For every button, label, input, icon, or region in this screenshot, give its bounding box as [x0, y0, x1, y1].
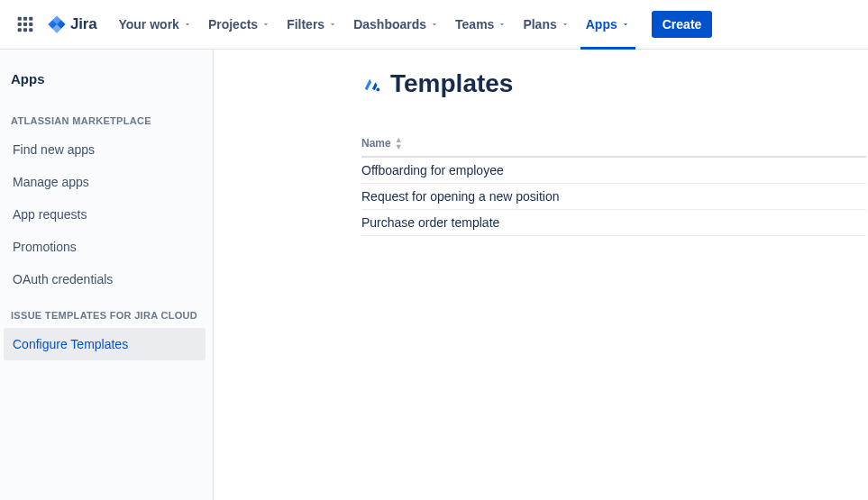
sidebar-item-app-requests[interactable]: App requests: [4, 198, 206, 231]
nav-projects[interactable]: Projects: [201, 0, 278, 49]
page-title: Templates: [390, 69, 513, 98]
sort-icon: ▲▼: [395, 136, 403, 150]
create-button-label: Create: [662, 17, 702, 32]
nav-label: Dashboards: [353, 17, 426, 32]
table-row[interactable]: Offboarding for employee: [361, 158, 866, 184]
nav-dashboards[interactable]: Dashboards: [346, 0, 446, 49]
jira-logo-text: Jira: [70, 15, 96, 33]
create-button[interactable]: Create: [652, 11, 713, 38]
svg-rect-7: [23, 28, 27, 32]
nav-label: Your work: [118, 17, 178, 32]
sidebar-item-label: Promotions: [13, 240, 77, 254]
sidebar-section-issue-templates: ISSUE TEMPLATES FOR JIRA CLOUD: [11, 295, 206, 328]
main-content: Templates Name ▲▼ Offboarding for employ…: [214, 50, 868, 500]
table-row[interactable]: Request for opening a new position: [361, 184, 866, 210]
app-switcher-icon: [16, 15, 34, 33]
nav-label: Teams: [455, 17, 494, 32]
sidebar-item-configure-templates[interactable]: Configure Templates: [4, 328, 206, 360]
nav-label: Projects: [208, 17, 258, 32]
chevron-down-icon: [430, 20, 439, 29]
sidebar-title: Apps: [11, 71, 206, 101]
sidebar-section-marketplace: ATLASSIAN MARKETPLACE: [11, 101, 206, 133]
chevron-down-icon: [183, 20, 192, 29]
sidebar: Apps ATLASSIAN MARKETPLACE Find new apps…: [0, 50, 214, 500]
sidebar-item-find-new-apps[interactable]: Find new apps: [4, 133, 206, 166]
svg-rect-3: [18, 23, 22, 26]
sidebar-item-label: App requests: [13, 207, 87, 222]
sidebar-item-manage-apps[interactable]: Manage apps: [4, 166, 206, 198]
column-header-name[interactable]: Name ▲▼: [361, 136, 866, 158]
jira-logo[interactable]: Jira: [47, 14, 96, 34]
svg-point-9: [377, 88, 380, 92]
nav-filters[interactable]: Filters: [279, 0, 344, 49]
nav-your-work[interactable]: Your work: [111, 0, 198, 49]
nav-plans[interactable]: Plans: [516, 0, 576, 49]
chevron-down-icon: [261, 20, 270, 29]
column-header-label: Name: [361, 137, 391, 150]
chevron-down-icon: [621, 20, 630, 29]
jira-logo-icon: [47, 14, 67, 34]
sidebar-item-oauth-credentials[interactable]: OAuth credentials: [4, 263, 206, 295]
templates-table: Name ▲▼ Offboarding for employee Request…: [361, 136, 866, 236]
top-navigation: Jira Your work Projects Filters Dashboar…: [0, 0, 868, 50]
chevron-down-icon: [498, 20, 507, 29]
nav-apps[interactable]: Apps: [579, 0, 637, 49]
svg-rect-0: [18, 17, 22, 21]
nav-label: Plans: [523, 17, 556, 32]
sidebar-item-label: Configure Templates: [13, 337, 128, 351]
svg-rect-6: [18, 28, 22, 32]
template-name: Offboarding for employee: [361, 163, 504, 177]
template-name: Purchase order template: [361, 215, 499, 230]
template-name: Request for opening a new position: [361, 189, 559, 204]
nav-teams[interactable]: Teams: [448, 0, 514, 49]
page-heading: Templates: [361, 69, 868, 98]
svg-rect-8: [29, 28, 32, 32]
templates-app-icon: [361, 74, 381, 94]
sidebar-item-label: Find new apps: [13, 142, 95, 157]
sidebar-item-label: Manage apps: [13, 175, 89, 189]
sidebar-item-promotions[interactable]: Promotions: [4, 231, 206, 263]
sidebar-item-label: OAuth credentials: [13, 272, 113, 286]
app-switcher-button[interactable]: [11, 10, 40, 39]
chevron-down-icon: [561, 20, 570, 29]
nav-label: Filters: [287, 17, 324, 32]
svg-rect-2: [29, 17, 32, 21]
svg-rect-5: [29, 23, 32, 26]
svg-rect-1: [23, 17, 27, 21]
table-row[interactable]: Purchase order template: [361, 210, 866, 236]
nav-items: Your work Projects Filters Dashboards Te…: [111, 0, 636, 49]
nav-label: Apps: [586, 17, 617, 32]
chevron-down-icon: [328, 20, 337, 29]
svg-rect-4: [23, 23, 27, 26]
